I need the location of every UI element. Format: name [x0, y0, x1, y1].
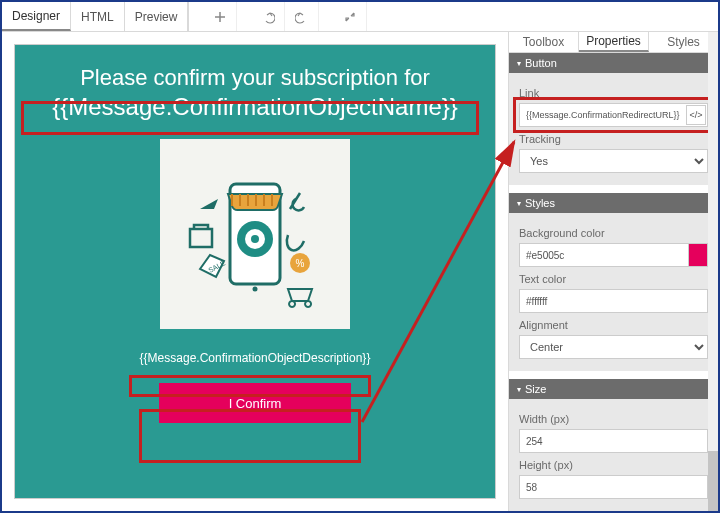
- height-input[interactable]: [519, 475, 708, 499]
- tab-designer[interactable]: Designer: [2, 2, 71, 31]
- collapse-button[interactable]: [333, 2, 367, 31]
- sidepanel-scrollbar[interactable]: [708, 32, 718, 511]
- sp-tab-properties[interactable]: Properties: [579, 32, 649, 52]
- width-label: Width (px): [519, 413, 708, 425]
- confirm-button[interactable]: I Confirm: [159, 383, 351, 423]
- chevron-down-icon: ▾: [517, 385, 521, 394]
- chevron-down-icon: ▾: [517, 199, 521, 208]
- section-size-title: Size: [525, 383, 546, 395]
- top-toolbar: Designer HTML Preview: [2, 2, 718, 32]
- hero-illustration: SALE %: [160, 139, 350, 329]
- bgcolor-input[interactable]: [519, 243, 708, 267]
- add-button[interactable]: [203, 2, 237, 31]
- object-desc-placeholder: {{Message.ConfirmationObjectDescription}…: [140, 351, 371, 365]
- undo-button[interactable]: [251, 2, 285, 31]
- section-button: ▾ Button Link </> Tracking Yes: [509, 53, 718, 185]
- link-label: Link: [519, 87, 708, 99]
- sp-tab-toolbox[interactable]: Toolbox: [509, 32, 579, 52]
- svg-text:%: %: [296, 258, 305, 269]
- section-styles-title: Styles: [525, 197, 555, 209]
- link-row: </>: [519, 103, 708, 127]
- canvas-wrap: Please confirm your subscription for {{M…: [2, 32, 508, 511]
- undo-icon: [261, 10, 275, 24]
- sidepanel-scrollbar-thumb[interactable]: [708, 451, 718, 511]
- section-button-title: Button: [525, 57, 557, 69]
- textcolor-input[interactable]: [519, 289, 708, 313]
- bgcolor-swatch[interactable]: [688, 243, 708, 267]
- link-input[interactable]: [519, 103, 708, 127]
- tab-preview[interactable]: Preview: [125, 2, 189, 31]
- textcolor-label: Text color: [519, 273, 708, 285]
- sidepanel-tabs: Toolbox Properties Styles: [509, 32, 718, 53]
- headline-text: Please confirm your subscription for: [80, 65, 430, 91]
- shop-illustration-icon: SALE %: [160, 139, 350, 329]
- mode-tabs: Designer HTML Preview: [2, 2, 189, 31]
- svg-rect-4: [190, 229, 212, 247]
- section-size: ▾ Size Width (px) Height (px): [509, 379, 718, 511]
- side-panel: Toolbox Properties Styles ▾ Button Link …: [508, 32, 718, 511]
- object-name-placeholder: {{Message.ConfirmationObjectName}}: [52, 93, 458, 121]
- section-button-header[interactable]: ▾ Button: [509, 53, 718, 73]
- redo-icon: [295, 10, 309, 24]
- height-label: Height (px): [519, 459, 708, 471]
- section-styles: ▾ Styles Background color Text color Ali…: [509, 193, 718, 371]
- width-input[interactable]: [519, 429, 708, 453]
- redo-button[interactable]: [285, 2, 319, 31]
- svg-point-3: [251, 235, 259, 243]
- tab-html[interactable]: HTML: [71, 2, 125, 31]
- section-styles-header[interactable]: ▾ Styles: [509, 193, 718, 213]
- section-size-header[interactable]: ▾ Size: [509, 379, 718, 399]
- macro-button[interactable]: </>: [686, 105, 706, 125]
- tracking-label: Tracking: [519, 133, 708, 145]
- alignment-label: Alignment: [519, 319, 708, 331]
- bgcolor-label: Background color: [519, 227, 708, 239]
- svg-point-8: [253, 287, 258, 292]
- alignment-select[interactable]: Center: [519, 335, 708, 359]
- main-area: Please confirm your subscription for {{M…: [2, 32, 718, 511]
- collapse-icon: [343, 10, 357, 24]
- plus-icon: [213, 10, 227, 24]
- app-frame: Designer HTML Preview Please confirm you…: [0, 0, 720, 513]
- chevron-down-icon: ▾: [517, 59, 521, 68]
- email-canvas[interactable]: Please confirm your subscription for {{M…: [14, 44, 496, 499]
- tracking-select[interactable]: Yes: [519, 149, 708, 173]
